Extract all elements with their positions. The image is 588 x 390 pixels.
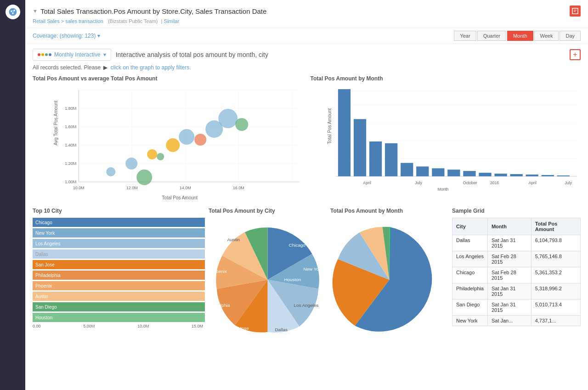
svg-rect-57 — [401, 163, 413, 176]
scatter-chart-title: Total Pos Amount vs average Total Pos Am… — [33, 75, 303, 82]
dropdown-arrow-icon: ▾ — [103, 51, 106, 58]
cell-city-0: Dallas — [452, 235, 488, 251]
coverage-text[interactable]: Coverage: (showing: 123) ▾ — [33, 33, 100, 39]
cursor-icon: ▶ — [103, 64, 107, 71]
breadcrumb: Retail Sales > sales transaction (Bizsta… — [33, 18, 581, 24]
table-row: New York Sat Jan... 4,737,1... — [452, 316, 581, 326]
svg-rect-66 — [541, 175, 554, 176]
cell-amount-0: 6,104,793.8 — [531, 235, 580, 251]
analysis-title: Interactive analysis of total pos amount… — [116, 51, 268, 58]
dots-icon — [38, 53, 51, 56]
svg-point-38 — [218, 109, 237, 128]
svg-rect-64 — [510, 174, 522, 176]
svg-text:Los Angeles: Los Angeles — [294, 303, 319, 308]
svg-text:1.00M: 1.00M — [65, 180, 76, 184]
cell-month-3: Sat Jan 31 2015 — [487, 283, 531, 300]
svg-rect-65 — [526, 175, 538, 176]
analysis-section: Monthly Interactive ▾ Interactive analys… — [25, 44, 588, 348]
city-bar-sandiego: San Diego — [33, 302, 205, 311]
svg-text:Month: Month — [437, 187, 448, 192]
svg-text:New York: New York — [303, 266, 322, 271]
city-bar-sanjose: San Jose — [33, 260, 205, 269]
svg-text:1.60M: 1.60M — [65, 124, 76, 129]
pie-chart-city-title: Total Pos Amount by City — [209, 208, 327, 214]
svg-text:Houston: Houston — [284, 277, 301, 282]
collapse-icon[interactable]: ▼ — [33, 8, 38, 14]
city-bar-phoenix: Phoenix — [33, 281, 205, 290]
time-btn-week[interactable]: Week — [534, 31, 559, 41]
top-cities-section: Top 10 City Chicago New York Los Angeles — [33, 208, 205, 343]
city-bar-houston: Houston — [33, 313, 205, 322]
city-bar-chicago: Chicago — [33, 218, 205, 227]
sidebar — [0, 0, 25, 390]
cell-month-5: Sat Jan... — [487, 316, 531, 326]
city-bar-newyork: New York — [33, 228, 205, 237]
svg-text:1.20M: 1.20M — [65, 161, 76, 166]
bar-chart-month-title: Total Pos Amount by Month — [311, 75, 581, 82]
svg-text:October: October — [463, 181, 477, 185]
breadcrumb-retail[interactable]: Retail Sales > sales transaction — [33, 18, 103, 24]
svg-point-34 — [166, 138, 180, 152]
svg-text:San Jose: San Jose — [230, 326, 249, 331]
x-tick-0: 0.00 — [33, 324, 41, 328]
svg-rect-59 — [432, 168, 444, 176]
cell-amount-4: 5,010,713.4 — [531, 300, 580, 316]
pie-chart-month-section: Total Pos Amount by Month — [330, 208, 448, 343]
bar-chart-svg: 0.00 10.0M 20.0M 30.0M 40.0M 50.0M — [336, 85, 577, 196]
monthly-interactive-button[interactable]: Monthly Interactive ▾ — [33, 49, 111, 61]
svg-text:1.40M: 1.40M — [65, 143, 76, 147]
time-btn-month[interactable]: Month — [507, 31, 533, 41]
svg-text:2016: 2016 — [490, 181, 499, 185]
action-icon[interactable] — [570, 6, 581, 17]
city-bar-dallas: Dallas — [33, 249, 205, 259]
svg-point-36 — [194, 134, 206, 146]
coverage-bar: Coverage: (showing: 123) ▾ Year Quarter … — [25, 28, 588, 44]
svg-point-35 — [179, 129, 194, 145]
svg-text:Dallas: Dallas — [275, 327, 288, 332]
top-cities-title: Top 10 City — [33, 208, 205, 214]
table-row: Dallas Sat Jan 31 2015 6,104,793.8 — [452, 235, 581, 251]
analysis-header: Monthly Interactive ▾ Interactive analys… — [33, 49, 581, 61]
sample-grid-title: Sample Grid — [452, 208, 581, 214]
svg-point-32 — [147, 149, 157, 159]
cell-city-2: Chicago — [452, 267, 488, 283]
svg-rect-67 — [557, 175, 569, 176]
main-content: ▼ Total Sales Transaction.Pos Amount by … — [25, 0, 588, 390]
pie-chart-month-svg — [330, 218, 448, 342]
x-tick-15m: 15.0M — [192, 324, 203, 328]
svg-text:Philadelphia: Philadelphia — [209, 303, 230, 308]
svg-point-31 — [125, 158, 137, 170]
svg-point-33 — [157, 153, 164, 160]
scatter-y-axis-label: Avg Total Pos Amount — [53, 101, 58, 145]
cell-month-0: Sat Jan 31 2015 — [487, 235, 531, 251]
cell-amount-3: 5,318,996.2 — [531, 283, 580, 300]
filter-note: All records selected. Please ▶ click on … — [33, 64, 581, 71]
cell-city-4: San Diego — [452, 300, 488, 316]
col-amount: Total Pos Amount — [531, 218, 580, 235]
cell-amount-5: 4,737,1... — [531, 316, 580, 326]
cell-amount-1: 5,765,146.8 — [531, 251, 580, 267]
similar-link[interactable]: Similar — [164, 18, 180, 24]
svg-text:10.0M: 10.0M — [73, 186, 85, 190]
svg-point-39 — [235, 118, 248, 131]
x-tick-5m: 5.00M — [83, 324, 95, 328]
header-section: ▼ Total Sales Transaction.Pos Amount by … — [25, 0, 588, 28]
app-logo[interactable] — [6, 5, 20, 19]
page-title: Total Sales Transaction.Pos Amount by St… — [40, 7, 266, 15]
svg-text:July: July — [565, 181, 572, 185]
svg-text:16.0M: 16.0M — [233, 186, 244, 190]
col-month: Month — [487, 218, 531, 235]
time-btn-quarter[interactable]: Quarter — [477, 31, 506, 41]
city-bar-austin: Austin — [33, 292, 205, 301]
svg-point-40 — [136, 170, 152, 185]
dot-red — [38, 53, 40, 56]
add-button[interactable]: + — [570, 49, 581, 60]
bar-chart-y-label: Total Pos Amount — [327, 108, 332, 144]
time-btn-day[interactable]: Day — [560, 31, 581, 41]
time-btn-year[interactable]: Year — [454, 31, 476, 41]
svg-rect-58 — [416, 166, 429, 176]
sample-grid-section: Sample Grid City Month Total Pos Amount … — [452, 208, 581, 343]
svg-point-30 — [106, 167, 115, 176]
filter-link[interactable]: click on the graph to apply filters. — [111, 64, 191, 71]
city-bar-philadelphia: Philadelphia — [33, 271, 205, 280]
